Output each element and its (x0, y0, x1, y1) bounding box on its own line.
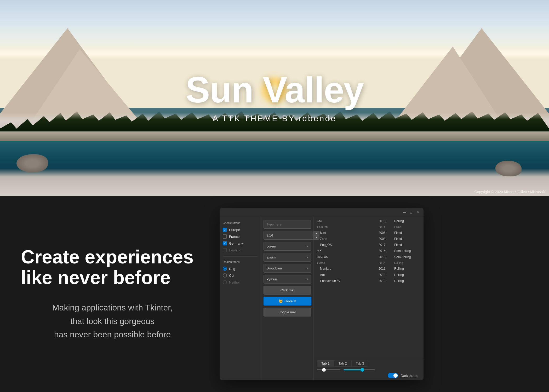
list-row-devuan[interactable]: Devuan 2016 Semi-rolling (314, 254, 424, 260)
dropdown-dropdown-arrow: ▼ (306, 267, 308, 270)
checkbox-europe[interactable] (223, 228, 227, 232)
list-row-kali[interactable]: Kali 2013 Rolling (314, 218, 424, 224)
hero-title: Sun Valley (186, 69, 363, 111)
list-row-arch[interactable]: ▾ Arch 2002 Rolling (314, 260, 424, 266)
check-france[interactable]: France (223, 234, 258, 239)
hero-section: Sun Valley A TTK THEME BY rdbende Copyri… (0, 0, 549, 196)
check-fooland: Fooland (223, 247, 258, 253)
radio-cat[interactable]: Cat (223, 273, 258, 278)
main-headline: Create experiences like never before (21, 247, 204, 288)
list-row-mx[interactable]: MX 2014 Semi-rolling (314, 248, 424, 254)
demo-window: — □ ✕ Checkbuttons Europe France Germany (220, 208, 424, 380)
list-row-manjaro[interactable]: Manjaro 2011 Rolling (314, 266, 424, 272)
radio-dog[interactable]: Dog (223, 266, 258, 271)
dropdown-dropdown[interactable]: Dropdown ▼ (264, 264, 311, 273)
tab-3[interactable]: Tab 3 (351, 360, 369, 367)
radio-dog-btn[interactable] (223, 267, 227, 271)
window-titlebar: — □ ✕ (220, 208, 424, 217)
window-body: Checkbuttons Europe France Germany Foola… (220, 217, 424, 380)
love-it-button[interactable]: 🐱 I love it! (264, 297, 311, 305)
listbox-area[interactable]: Kali 2013 Rolling ▾ Ubuntu 2004 Fixed Mi… (314, 217, 424, 358)
check-europe[interactable]: Europe (223, 227, 258, 232)
slider-regular-thumb[interactable] (322, 368, 326, 372)
shore (0, 131, 549, 141)
check-germany[interactable]: Germany (223, 241, 258, 246)
slider-accent-thumb[interactable] (361, 368, 364, 372)
list-row-endeavouros[interactable]: EndeavourOS 2019 Rolling (314, 278, 424, 284)
left-panel: Checkbuttons Europe France Germany Foola… (220, 217, 261, 380)
slider-accent[interactable] (344, 369, 375, 370)
right-panel: Kali 2013 Rolling ▾ Ubuntu 2004 Fixed Mi… (314, 217, 424, 380)
dropdown-ipsum[interactable]: Ipsum ▼ (264, 253, 311, 262)
hero-subtitle: A TTK THEME BY rdbende (213, 114, 336, 123)
dropdown-python[interactable]: Python ▼ (264, 275, 311, 284)
divider (223, 256, 258, 257)
tab-2[interactable]: Tab 2 (334, 360, 351, 367)
close-button[interactable]: ✕ (416, 210, 420, 215)
spinner-input[interactable] (264, 231, 313, 240)
tabs-row: Tab 1 Tab 2 Tab 3 (317, 360, 420, 367)
radio-neither-btn (223, 280, 227, 284)
bottom-section: Create experiences like never before Mak… (0, 196, 549, 392)
slider-regular[interactable] (317, 369, 340, 370)
hero-copyright: Copyright © 2020 Michael Gillett / Micro… (474, 190, 545, 194)
boulder-left (16, 154, 48, 172)
radiobuttons-label: Radiobuttons (223, 260, 258, 263)
toggle-me-button[interactable]: Toggle me! (264, 308, 311, 316)
list-row-mint[interactable]: Mint 2006 Fixed (314, 230, 424, 236)
dropdown-lorem[interactable]: Lorem ▼ (264, 242, 311, 251)
cat-icon: 🐱 (279, 299, 283, 303)
list-row-popos[interactable]: Pop_OS 2017 Fixed (314, 242, 424, 248)
sub-text: Making applications with Tkinter, that l… (21, 301, 204, 341)
list-row-ubuntu[interactable]: ▾ Ubuntu 2004 Fixed (314, 224, 424, 230)
dropdown-ipsum-arrow: ▼ (306, 256, 308, 259)
tabs-area: Tab 1 Tab 2 Tab 3 (314, 358, 424, 380)
checkbox-germany[interactable] (223, 241, 227, 245)
spinner-container: ▲ ▼ (264, 231, 311, 240)
minimize-button[interactable]: — (402, 210, 407, 215)
list-row-arco[interactable]: Arco 2018 Rolling (314, 272, 424, 278)
sliders-row (317, 369, 420, 370)
dark-theme-toggle[interactable] (388, 373, 398, 378)
tab-1[interactable]: Tab 1 (317, 360, 334, 367)
dropdown-python-arrow: ▼ (306, 278, 308, 281)
middle-panel: ▲ ▼ Lorem ▼ Ipsum ▼ Dropdown ▼ (261, 217, 314, 380)
radio-cat-btn[interactable] (223, 273, 227, 278)
dropdown-lorem-arrow: ▼ (306, 245, 308, 248)
dark-theme-label: Dark theme (401, 374, 418, 378)
left-text-area: Create experiences like never before Mak… (21, 247, 204, 341)
checkbox-fooland (223, 248, 227, 252)
foreground-snow (0, 169, 549, 196)
click-me-button[interactable]: Click me! (264, 286, 311, 295)
radio-neither: Neither (223, 280, 258, 285)
toggle-row: Dark theme (317, 373, 420, 378)
list-row-zorin[interactable]: Zorin 2008 Fixed (314, 236, 424, 242)
toggle-knob (393, 373, 398, 378)
boulder-right (495, 161, 522, 176)
maximize-button[interactable]: □ (409, 210, 414, 215)
text-input[interactable] (264, 220, 311, 229)
checkbox-france[interactable] (223, 234, 227, 239)
checkbuttons-label: Checkbuttons (223, 221, 258, 224)
